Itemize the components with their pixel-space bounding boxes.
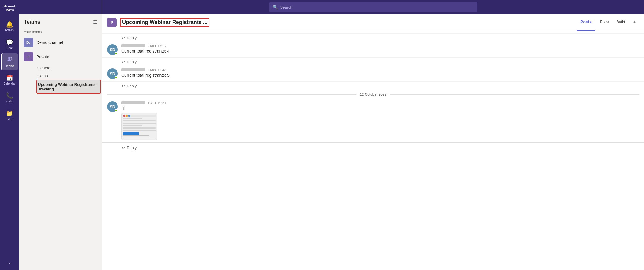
- search-icon: 🔍: [273, 5, 278, 10]
- nav-teams[interactable]: Teams: [1, 53, 18, 70]
- your-teams-label: Your teams: [19, 28, 102, 35]
- online-dot-2: [115, 76, 118, 79]
- msg-content-hi: 12/10, 15:20 Hi: [121, 101, 639, 140]
- reply-arrow-icon: ↩: [121, 35, 125, 40]
- activity-label: Activity: [5, 29, 14, 32]
- sender-bar-hi: [121, 101, 145, 104]
- nav-chat[interactable]: 💬 Chat: [1, 36, 18, 52]
- message-group-1: SD 21/09, 17:15 Current total registrant…: [102, 42, 644, 57]
- icon-rail: MicrosoftTeams 🔔 Activity 💬 Chat Teams 📅…: [0, 0, 19, 270]
- channel-list-private: General Demo Upcoming Webinar Registrant…: [19, 64, 102, 94]
- msg-content-1: 21/09, 17:15 Current total registrants: …: [121, 44, 639, 54]
- online-dot-1: [115, 52, 118, 55]
- reply-label-top: Reply: [127, 36, 137, 40]
- avatar-text-1: SD: [110, 48, 115, 52]
- att-small-text: [123, 135, 149, 136]
- chat-icon: 💬: [6, 39, 13, 46]
- sender-bar-1: [121, 44, 145, 47]
- attachment-preview[interactable]: [121, 113, 157, 140]
- msg-body-1: Current total registrants: 4: [121, 48, 639, 54]
- bottom-reply-bar[interactable]: ↩ Reply: [102, 142, 644, 153]
- att-line-5: [123, 127, 156, 129]
- msg-body-hi: Hi: [121, 105, 639, 140]
- message-group-2: SD 21/09, 17:47 Current total registrant…: [102, 66, 644, 81]
- topbar: 🔍 Search: [102, 0, 644, 14]
- team-item-demo-channel[interactable]: Dc Demo channel ···: [20, 35, 101, 50]
- msg-content-2: 21/09, 17:47 Current total registrants: …: [121, 68, 639, 78]
- more-options-button[interactable]: ...: [7, 259, 12, 265]
- att-line-2: [123, 120, 156, 121]
- att-line-3: [123, 123, 156, 124]
- teams-label: Teams: [6, 64, 14, 68]
- att-line-4: [123, 125, 142, 126]
- reply-arrow-icon-2: ↩: [121, 83, 125, 88]
- avatar-text-2: SD: [110, 72, 115, 76]
- search-box[interactable]: 🔍 Search: [269, 2, 477, 12]
- reply-label-1: Reply: [127, 60, 137, 64]
- attachment-inner: [122, 113, 157, 140]
- files-label: Files: [6, 118, 12, 121]
- team-name-demo-channel: Demo channel: [36, 40, 90, 45]
- att-line-6: [123, 130, 156, 131]
- att-dot-red: [123, 115, 125, 117]
- channel-header-avatar: P: [107, 18, 117, 27]
- tab-wiki[interactable]: Wiki: [614, 14, 629, 31]
- search-placeholder: Search: [280, 5, 292, 10]
- filter-icon[interactable]: ☰: [93, 19, 97, 25]
- bottom-reply-label: Reply: [127, 146, 137, 150]
- sidebar-header: Teams ☰: [19, 14, 102, 28]
- channel-upcoming-webinar[interactable]: Upcoming Webinar Registrants Tracking: [36, 80, 101, 94]
- avatar-1: SD: [107, 44, 118, 55]
- bottom-reply-icon: ↩: [121, 146, 125, 150]
- channel-demo[interactable]: Demo: [36, 72, 101, 80]
- topbar-sidebar: [19, 0, 102, 14]
- sidebar: Teams ☰ Your teams Dc Demo channel ··· P…: [19, 0, 102, 270]
- calls-label: Calls: [6, 100, 13, 103]
- nav-calendar[interactable]: 📅 Calendar: [1, 71, 18, 88]
- msg-time-1: 21/09, 17:15: [148, 44, 166, 48]
- tab-add-button[interactable]: +: [630, 18, 639, 27]
- activity-icon: 🔔: [6, 21, 13, 28]
- teams-icon: [7, 56, 13, 64]
- nav-calls[interactable]: 📞 Calls: [1, 89, 18, 106]
- nav-files[interactable]: 📁 Files: [1, 107, 18, 124]
- att-line-1: [123, 118, 142, 119]
- files-icon: 📁: [6, 110, 13, 117]
- reply-bar-top[interactable]: ↩ Reply: [102, 33, 644, 42]
- divider-line-right: [390, 94, 639, 95]
- team-name-private: Private: [36, 54, 90, 59]
- calendar-icon: 📅: [6, 74, 13, 81]
- posts-area[interactable]: ↩ Reply SD 21/09, 17:15 Current total re…: [102, 31, 644, 270]
- team-item-private[interactable]: P Private ···: [20, 50, 101, 64]
- date-divider-text: 12 October 2022: [360, 92, 386, 97]
- app-name: MicrosoftTeams: [4, 5, 16, 12]
- team-avatar-p: P: [24, 52, 33, 61]
- chat-label: Chat: [6, 46, 12, 50]
- online-dot-hi: [115, 109, 118, 112]
- reply-label-2: Reply: [127, 84, 137, 88]
- msg-meta-hi: 12/10, 15:20: [121, 101, 639, 105]
- reply-arrow-icon-1: ↩: [121, 59, 125, 64]
- tab-posts[interactable]: Posts: [577, 14, 595, 31]
- reply-bar-2[interactable]: ↩ Reply: [102, 81, 644, 90]
- att-dot-orange: [126, 115, 128, 117]
- tab-files[interactable]: Files: [596, 14, 612, 31]
- divider-line-left: [107, 94, 356, 95]
- msg-time-hi: 12/10, 15:20: [148, 101, 166, 105]
- channel-name-header: Upcoming Webinar Registrants ...: [120, 18, 209, 27]
- att-dot-blue: [128, 115, 130, 117]
- svg-point-1: [10, 57, 12, 59]
- nav-activity[interactable]: 🔔 Activity: [1, 18, 18, 34]
- att-btn: [123, 132, 139, 135]
- avatar-2: SD: [107, 68, 118, 79]
- channel-general[interactable]: General: [36, 64, 101, 72]
- msg-meta-2: 21/09, 17:47: [121, 68, 639, 72]
- avatar-text-hi: SD: [110, 105, 115, 109]
- sidebar-title: Teams: [24, 19, 40, 25]
- reply-bar-1[interactable]: ↩ Reply: [102, 57, 644, 66]
- channel-tabs: Posts Files Wiki +: [577, 14, 639, 31]
- sender-bar-2: [121, 68, 145, 71]
- avatar-hi: SD: [107, 101, 118, 112]
- date-divider: 12 October 2022: [102, 90, 644, 99]
- channel-header: P Upcoming Webinar Registrants ... Posts…: [102, 14, 644, 31]
